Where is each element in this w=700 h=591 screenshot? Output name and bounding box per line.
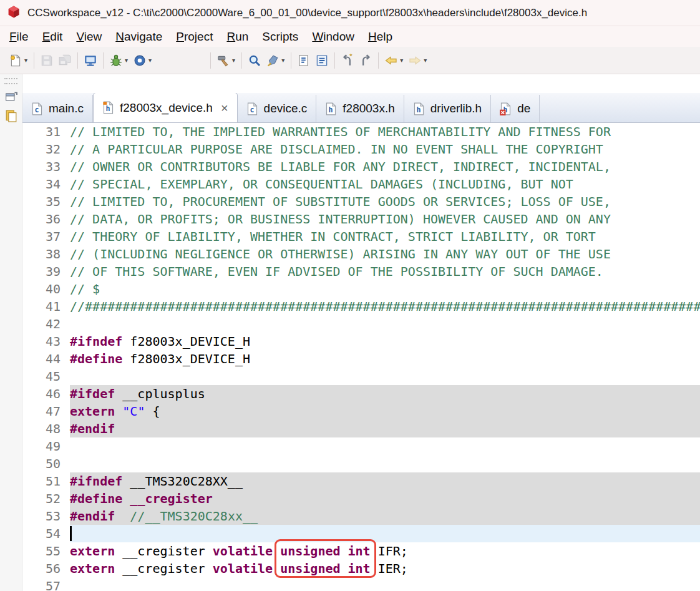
- code-text[interactable]: extern "C" {: [70, 403, 700, 420]
- back-dropdown-caret-icon[interactable]: ▾: [399, 57, 404, 64]
- code-line-50: 50: [22, 455, 700, 472]
- build-hammer-dropdown-caret-icon[interactable]: ▾: [231, 57, 236, 64]
- code-text[interactable]: // $: [70, 280, 700, 298]
- tab-driverlib-h[interactable]: hdriverlib.h: [404, 95, 491, 122]
- save-button[interactable]: [39, 52, 55, 69]
- code-text[interactable]: // OWNER OR CONTRIBUTORS BE LIABLE FOR A…: [70, 158, 700, 175]
- menu-edit[interactable]: Edit: [36, 29, 70, 45]
- line-number: 52: [22, 490, 70, 507]
- code-editor[interactable]: 31// LIMITED TO, THE IMPLIED WARRANTIES …: [22, 123, 700, 591]
- new-file-button[interactable]: ▾: [7, 52, 29, 69]
- code-token: extern: [70, 544, 115, 559]
- code-token: [122, 491, 130, 506]
- highlighter-dropdown-caret-icon[interactable]: ▾: [281, 57, 285, 64]
- outline-view-button[interactable]: [314, 52, 330, 69]
- save-all-button[interactable]: [57, 52, 73, 69]
- code-token: f28003x_DEVICE_H: [122, 351, 250, 366]
- tab-label: de: [517, 102, 530, 115]
- code-token: extern: [70, 561, 115, 576]
- menu-file[interactable]: File: [2, 29, 36, 45]
- code-line-56: 56extern __cregister volatile unsigned i…: [22, 560, 700, 577]
- menu-view[interactable]: View: [69, 29, 109, 45]
- debug-button[interactable]: ▾: [108, 52, 130, 69]
- toolbar-group-9: ▾▾: [381, 52, 431, 69]
- code-token: //__TMS320C28xx__: [130, 509, 258, 524]
- code-text[interactable]: #ifndef f28003x_DEVICE_H: [70, 333, 700, 350]
- menu-help[interactable]: Help: [361, 29, 399, 45]
- line-number: 34: [22, 175, 70, 193]
- svg-text:h: h: [416, 105, 420, 114]
- open-type-button[interactable]: [296, 52, 312, 69]
- tab-f28003x-h[interactable]: hf28003x.h: [316, 95, 404, 122]
- line-number: 42: [22, 315, 70, 333]
- svg-text:h: h: [105, 104, 110, 113]
- code-line-55: 55extern __cregister volatile unsigned i…: [22, 542, 700, 560]
- code-text[interactable]: // THEORY OF LIABILITY, WHETHER IN CONTR…: [70, 228, 700, 245]
- tab-device-c[interactable]: cdevice.c: [238, 95, 317, 122]
- menu-scripts[interactable]: Scripts: [255, 29, 305, 45]
- build-hammer-button[interactable]: ▾: [215, 52, 237, 69]
- code-text[interactable]: // (INCLUDING NEGLIGENCE OR OTHERWISE) A…: [70, 245, 700, 263]
- code-line-45: 45: [22, 368, 700, 385]
- target-console-button[interactable]: [82, 52, 99, 69]
- sidebar-grip[interactable]: [4, 78, 17, 84]
- code-text[interactable]: // DATA, OR PROFITS; OR BUSINESS INTERRU…: [70, 210, 700, 228]
- menu-project[interactable]: Project: [169, 29, 220, 45]
- last-edit-location-button[interactable]: *: [339, 52, 356, 69]
- code-text[interactable]: extern __cregister volatile unsigned int…: [70, 542, 700, 560]
- new-file-dropdown-caret-icon[interactable]: ▾: [24, 57, 28, 64]
- line-number: 44: [22, 350, 70, 368]
- tab-de[interactable]: hde: [491, 95, 540, 122]
- code-text[interactable]: [70, 437, 700, 455]
- code-text[interactable]: // LIMITED TO, THE IMPLIED WARRANTIES OF…: [70, 123, 700, 140]
- menu-navigate[interactable]: Navigate: [109, 29, 169, 45]
- code-text[interactable]: #define __cregister: [70, 490, 700, 507]
- toolbar-separator: [378, 52, 379, 69]
- close-tab-icon[interactable]: ×: [221, 102, 228, 114]
- code-text[interactable]: [70, 455, 700, 472]
- code-token: // (INCLUDING NEGLIGENCE OR OTHERWISE) A…: [70, 247, 611, 261]
- code-text[interactable]: #ifdef __cplusplus: [70, 385, 700, 403]
- menu-window[interactable]: Window: [305, 29, 361, 45]
- menu-run[interactable]: Run: [220, 29, 255, 45]
- code-token: #ifdef: [70, 386, 115, 401]
- restore-view-icon[interactable]: [4, 89, 19, 104]
- toolbar-group-6: ▾: [244, 52, 289, 69]
- tab-f28003x-device-h[interactable]: hf28003x_device.h×: [93, 93, 238, 122]
- code-text[interactable]: #endif //__TMS320C28xx__: [70, 507, 700, 525]
- line-number: 48: [22, 420, 70, 437]
- debug-dropdown-caret-icon[interactable]: ▾: [124, 57, 129, 64]
- code-token: // A PARTICULAR PURPOSE ARE DISCLAIMED. …: [70, 142, 603, 157]
- forward-button[interactable]: ▾: [407, 52, 429, 69]
- code-text[interactable]: #endif: [70, 420, 700, 437]
- code-text[interactable]: #define f28003x_DEVICE_H: [70, 350, 700, 368]
- code-text[interactable]: // A PARTICULAR PURPOSE ARE DISCLAIMED. …: [70, 140, 700, 158]
- code-text[interactable]: //######################################…: [70, 298, 700, 315]
- highlighter-button[interactable]: ▾: [265, 52, 286, 69]
- launch-button[interactable]: ▾: [132, 52, 153, 69]
- editor-area-margin: [22, 74, 700, 93]
- next-edit-location-button[interactable]: [357, 52, 374, 69]
- tab-main-c[interactable]: cmain.c: [22, 95, 93, 122]
- launch-dropdown-caret-icon[interactable]: ▾: [148, 57, 152, 64]
- code-text[interactable]: // OF THIS SOFTWARE, EVEN IF ADVISED OF …: [70, 263, 700, 280]
- back-button[interactable]: ▾: [383, 52, 405, 69]
- forward-dropdown-caret-icon[interactable]: ▾: [423, 57, 427, 64]
- tab-label: f28003x.h: [343, 102, 394, 115]
- file-palette-icon[interactable]: [4, 109, 19, 124]
- code-text[interactable]: [70, 577, 700, 591]
- code-text[interactable]: // SPECIAL, EXEMPLARY, OR CONSEQUENTIAL …: [70, 175, 700, 193]
- code-text[interactable]: extern __cregister volatile unsigned int…: [70, 560, 700, 577]
- window-title: CCSworkspace_v12 - C:\ti\c2000\C2000Ware…: [27, 7, 587, 19]
- line-number: 39: [22, 263, 70, 280]
- save-all-icon: [58, 54, 72, 67]
- code-text[interactable]: #ifndef __TMS320C28XX__: [70, 472, 700, 490]
- code-text[interactable]: [70, 525, 700, 542]
- code-text[interactable]: [70, 315, 700, 333]
- code-token: [115, 509, 130, 524]
- toolbar-separator: [241, 52, 242, 69]
- search-button[interactable]: [246, 52, 263, 69]
- code-text[interactable]: // LIMITED TO, PROCUREMENT OF SUBSTITUTE…: [70, 193, 700, 210]
- line-number: 45: [22, 368, 70, 385]
- code-text[interactable]: [70, 368, 700, 385]
